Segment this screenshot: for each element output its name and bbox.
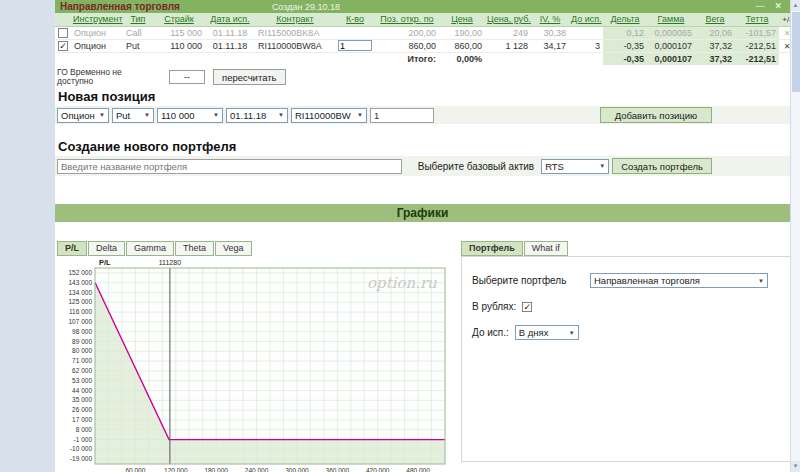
cell-pos-open: 200,00 [375, 26, 439, 39]
column-header-instrument[interactable]: Инструмент [73, 14, 123, 24]
svg-text:-10 000: -10 000 [70, 445, 92, 452]
minimize-icon[interactable]: — [755, 0, 764, 13]
cell-price: 190,00 [439, 26, 485, 39]
chart-tabs: P/LDeltaGammaThetaVega [57, 241, 449, 256]
rubles-label: В рублях: [472, 301, 516, 312]
scroll-down-icon[interactable]: ▼ [791, 461, 800, 472]
column-header-price-rub[interactable]: Цена, руб. [487, 14, 531, 24]
days-row: До исп.: В днях▼ [472, 325, 784, 340]
scrollbar[interactable]: ▲ ▼ [790, 0, 800, 472]
cell-type: Call [123, 26, 153, 39]
svg-text:120 000: 120 000 [164, 467, 188, 472]
base-asset-label: Выберите базовый актив [418, 161, 538, 172]
svg-text:P/L: P/L [99, 258, 111, 267]
instrument-select[interactable]: Опцион▼ [57, 108, 109, 123]
cell-price-rub: 249 [485, 26, 531, 39]
cell-pos-open: 860,00 [375, 39, 439, 52]
totals-percent: 0,00% [439, 52, 485, 65]
panel-body: Выберите портфель Направленная торговля▼… [461, 256, 795, 462]
panel-tab-портфель[interactable]: Портфель [461, 241, 523, 256]
cell-price: 860,00 [439, 39, 485, 52]
rubles-row: В рублях: ✓ [472, 301, 784, 312]
svg-text:8 000: 8 000 [76, 426, 93, 433]
svg-text:420 000: 420 000 [366, 467, 390, 472]
instrument-value: Опцион [61, 110, 95, 121]
scrollbar-thumb[interactable] [792, 12, 800, 92]
days-select[interactable]: В днях▼ [515, 325, 579, 340]
column-header-type[interactable]: Тип [130, 14, 145, 24]
svg-text:152 000: 152 000 [69, 269, 93, 276]
column-header-gamma[interactable]: Гамма [658, 14, 685, 24]
cell-instrument: Опцион [71, 26, 123, 39]
strike-value: 110 000 [161, 110, 195, 121]
column-header-exp-date[interactable]: Дата исп. [210, 14, 249, 24]
go-value: -- [169, 70, 205, 84]
column-header-days-to-exp[interactable]: До исп. [571, 14, 602, 24]
svg-text:-1 000: -1 000 [74, 436, 93, 443]
portfolio-select-row: Выберите портфель Направленная торговля▼ [472, 273, 784, 288]
svg-text:111280: 111280 [159, 259, 181, 266]
app-window: Направленная торговля Создан 29.10.18 — … [55, 0, 790, 472]
chart-tab-gamma[interactable]: Gamma [126, 241, 174, 256]
option-type-select[interactable]: Put▼ [112, 108, 154, 123]
contract-select[interactable]: RI110000BW▼ [291, 108, 367, 123]
totals-delta: -0,35 [603, 52, 647, 65]
position-row: ОпционCall115 00001.11.18RI115000BK8A200… [55, 26, 795, 39]
svg-text:107 000: 107 000 [69, 318, 93, 325]
new-position-qty-input[interactable] [370, 108, 434, 123]
created-date: Создан 29.10.18 [272, 2, 340, 12]
contract-value: RI110000BW [295, 110, 351, 121]
svg-text:option.ru: option.ru [367, 274, 437, 292]
chart-tab-p-l[interactable]: P/L [57, 241, 87, 256]
position-checkbox[interactable]: ✓ [58, 41, 68, 51]
svg-text:116 000: 116 000 [69, 308, 92, 315]
portfolio-select[interactable]: Направленная торговля▼ [590, 273, 768, 288]
column-header-vega[interactable]: Вега [705, 14, 724, 24]
chart-tab-delta[interactable]: Delta [88, 241, 125, 256]
cell-exp-date: 01.11.18 [205, 26, 255, 39]
column-header-theta[interactable]: Тетта [746, 14, 769, 24]
recalculate-button[interactable]: пересчитать [213, 69, 286, 85]
cell-strike: 115 000 [153, 26, 205, 39]
base-asset-select[interactable]: RTS▼ [541, 159, 609, 174]
column-header-iv[interactable]: IV, % [540, 14, 561, 24]
portfolio-title: Направленная торговля [60, 1, 180, 12]
strike-select[interactable]: 110 000▼ [157, 108, 223, 123]
column-header-delta[interactable]: Дельта [610, 14, 639, 24]
new-portfolio-row: Выберите базовый актив RTS▼ Создать порт… [55, 156, 790, 176]
panel-tab-what-if[interactable]: What if [524, 241, 568, 256]
svg-text:-19 000: -19 000 [70, 455, 92, 462]
qty-input[interactable] [338, 40, 372, 51]
cell-iv: 30,38 [531, 26, 569, 39]
expiry-date-select[interactable]: 01.11.18▼ [226, 108, 288, 123]
portfolio-panel: ПортфельWhat if Выберите портфель Направ… [461, 241, 795, 472]
chevron-down-icon: ▼ [569, 330, 575, 336]
cell-instrument: Опцион [71, 39, 123, 52]
days-label: До исп.: [472, 327, 509, 338]
cell-delta: 0,12 [603, 26, 647, 39]
close-icon[interactable]: ✕ [774, 0, 782, 13]
panel-tabs: ПортфельWhat if [461, 241, 795, 256]
rubles-checkbox[interactable]: ✓ [522, 302, 532, 312]
column-header-price[interactable]: Цена [451, 14, 473, 24]
svg-text:44 000: 44 000 [72, 387, 92, 394]
chart-tab-theta[interactable]: Theta [175, 241, 214, 256]
column-header-strike[interactable]: Страйк [164, 14, 194, 24]
positions-tbody: ОпционCall115 00001.11.18RI115000BK8A200… [55, 26, 795, 65]
chevron-down-icon: ▼ [99, 112, 105, 118]
totals-row: Итого:0,00%-0,350,00010737,32-212,51 [55, 52, 795, 65]
portfolio-name-input[interactable] [57, 159, 402, 174]
chevron-down-icon: ▼ [357, 112, 363, 118]
create-portfolio-button[interactable]: Создать портфель [612, 158, 712, 174]
portfolio-select-value: Направленная торговля [594, 275, 700, 286]
column-header-contract[interactable]: Контракт [276, 14, 314, 24]
charts-area: P/LDeltaGammaThetaVega 111280152 000143 … [55, 241, 790, 472]
column-header-qty[interactable]: К-во [346, 14, 364, 24]
position-checkbox[interactable] [58, 28, 68, 38]
scroll-up-icon[interactable]: ▲ [791, 0, 800, 11]
chart-tab-vega[interactable]: Vega [215, 241, 252, 256]
totals-theta: -212,51 [735, 52, 779, 65]
cell-vega: 20,06 [695, 26, 735, 39]
column-header-pos-open[interactable]: Поз. откр. по [380, 14, 433, 24]
add-position-button[interactable]: Добавить позицию [600, 107, 712, 123]
